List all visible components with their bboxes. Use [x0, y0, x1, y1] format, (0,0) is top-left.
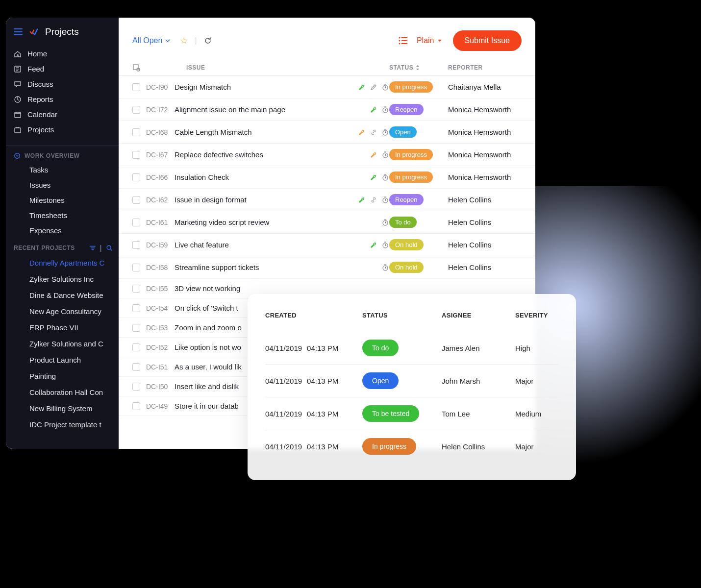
- issue-row[interactable]: DC-I61Marketing video script reviewTo do…: [119, 211, 535, 234]
- row-checkbox[interactable]: [132, 151, 140, 159]
- status-pill[interactable]: Open: [389, 126, 417, 138]
- filter-icon[interactable]: [89, 245, 96, 251]
- home-icon: [14, 50, 22, 58]
- issue-title[interactable]: Marketing video script review: [175, 218, 350, 226]
- svg-rect-2: [15, 112, 21, 118]
- status-pill[interactable]: Reopen: [389, 194, 424, 205]
- issue-row[interactable]: DC-I59Live chat featureOn holdHelen Coll…: [119, 234, 535, 256]
- recent-project-item[interactable]: Zylker Solutions Inc: [6, 271, 119, 287]
- row-checkbox[interactable]: [132, 285, 140, 293]
- nav-feed[interactable]: Feed: [6, 61, 119, 76]
- row-checkbox[interactable]: [132, 219, 140, 226]
- issue-title[interactable]: Issue in design format: [175, 196, 350, 204]
- detail-status-pill[interactable]: In progress: [362, 438, 416, 455]
- issue-title[interactable]: Replace defective switches: [175, 150, 350, 159]
- overview-item[interactable]: Milestones: [6, 193, 119, 208]
- overview-item[interactable]: Issues: [6, 177, 119, 193]
- nav-calendar[interactable]: Calendar: [6, 107, 119, 122]
- issue-reporter: Monica Hemsworth: [448, 128, 522, 136]
- timer-icon: [381, 219, 389, 226]
- filter-dropdown[interactable]: All Open: [132, 36, 170, 45]
- status-pill[interactable]: To do: [389, 217, 417, 228]
- detail-status-pill[interactable]: Open: [362, 372, 399, 389]
- detail-severity: Major: [515, 377, 558, 385]
- recent-project-item[interactable]: New Billing System: [6, 400, 119, 416]
- overview-item[interactable]: Timesheets: [6, 208, 119, 223]
- svg-point-10: [399, 43, 400, 45]
- recent-project-item[interactable]: New Age Consultancy: [6, 303, 119, 319]
- issue-row[interactable]: DC-I68Cable Length MismatchOpenMonica He…: [119, 121, 535, 144]
- wrench-icon: [358, 83, 366, 91]
- recent-project-item[interactable]: Painting: [6, 368, 119, 384]
- svg-point-6: [399, 37, 400, 39]
- refresh-icon[interactable]: [204, 37, 212, 45]
- recent-project-item[interactable]: ERP Phase VII: [6, 319, 119, 336]
- row-checkbox[interactable]: [132, 83, 140, 91]
- row-checkbox[interactable]: [132, 106, 140, 114]
- recent-project-item[interactable]: IDC Project template t: [6, 416, 119, 433]
- recent-project-item[interactable]: Dine & Dance Website: [6, 287, 119, 303]
- status-pill[interactable]: Reopen: [389, 104, 424, 115]
- row-checkbox[interactable]: [132, 304, 140, 312]
- detail-status-pill[interactable]: To be tested: [362, 405, 419, 422]
- row-checkbox[interactable]: [132, 402, 140, 410]
- issue-title[interactable]: Alignment issue on the main page: [175, 105, 350, 114]
- recent-project-item[interactable]: Collaboration Hall Con: [6, 384, 119, 400]
- row-checkbox[interactable]: [132, 196, 140, 204]
- star-icon[interactable]: ☆: [180, 35, 188, 46]
- status-pill[interactable]: In progress: [389, 149, 433, 160]
- row-checkbox[interactable]: [132, 383, 140, 391]
- issue-title[interactable]: Live chat feature: [175, 241, 350, 249]
- recent-project-item[interactable]: Donnelly Apartments C: [6, 255, 119, 271]
- issue-reporter: Helen Collins: [448, 263, 522, 271]
- issue-title[interactable]: Streamline support tickets: [175, 263, 350, 271]
- issue-row[interactable]: DC-I62Issue in design formatReopenHelen …: [119, 189, 535, 211]
- nav-home[interactable]: Home: [6, 46, 119, 61]
- issue-title[interactable]: Design Mismatch: [175, 83, 350, 91]
- recent-project-item[interactable]: Zylker Solutions and C: [6, 336, 119, 352]
- timer-icon: [381, 151, 389, 159]
- status-pill[interactable]: On hold: [389, 239, 424, 250]
- detail-row: 04/11/201904:13 PMTo doJames AlenHigh: [265, 332, 558, 365]
- issue-title[interactable]: 3D view not working: [175, 284, 350, 293]
- detail-status-pill[interactable]: To do: [362, 340, 399, 356]
- status-pill[interactable]: In progress: [389, 81, 433, 93]
- hamburger-icon[interactable]: [14, 28, 23, 35]
- issue-row[interactable]: DC-I90Design MismatchIn progressChaitany…: [119, 76, 535, 98]
- row-checkbox[interactable]: [132, 363, 140, 371]
- nav-reports[interactable]: Reports: [6, 92, 119, 107]
- issue-reporter: Chaitanya Mella: [448, 83, 522, 91]
- issue-title[interactable]: Insulation Check: [175, 173, 350, 181]
- row-checkbox[interactable]: [132, 128, 140, 136]
- overview-item[interactable]: Expenses: [6, 223, 119, 238]
- col-status[interactable]: STATUS: [389, 64, 448, 71]
- recent-project-item[interactable]: Product Launch: [6, 352, 119, 368]
- issue-row[interactable]: DC-I66Insulation CheckIn progressMonica …: [119, 166, 535, 189]
- list-view-icon[interactable]: [398, 36, 408, 45]
- view-selector[interactable]: Plain: [417, 36, 442, 45]
- issue-id: DC-I58: [146, 264, 175, 271]
- overview-item[interactable]: Tasks: [6, 162, 119, 177]
- nav-projects[interactable]: Projects: [6, 122, 119, 137]
- row-checkbox[interactable]: [132, 241, 140, 249]
- status-pill[interactable]: On hold: [389, 262, 424, 273]
- column-settings-icon[interactable]: [132, 64, 144, 72]
- row-checkbox[interactable]: [132, 324, 140, 332]
- status-pill[interactable]: In progress: [389, 172, 433, 183]
- row-checkbox[interactable]: [132, 173, 140, 181]
- row-checkbox[interactable]: [132, 264, 140, 271]
- row-checkbox[interactable]: [132, 343, 140, 351]
- submit-issue-button[interactable]: Submit Issue: [453, 30, 522, 51]
- search-icon[interactable]: [106, 245, 113, 251]
- issue-title[interactable]: Cable Length Mismatch: [175, 128, 350, 136]
- discuss-icon: [14, 80, 22, 88]
- issue-row[interactable]: DC-I67Replace defective switchesIn progr…: [119, 144, 535, 166]
- col-issue[interactable]: ISSUE: [186, 64, 350, 71]
- work-overview-header[interactable]: WORK OVERVIEW: [6, 148, 119, 162]
- issue-reporter: Monica Hemsworth: [448, 105, 522, 114]
- issue-row[interactable]: DC-I72Alignment issue on the main pageRe…: [119, 98, 535, 121]
- col-reporter[interactable]: REPORTER: [448, 64, 522, 71]
- nav-discuss[interactable]: Discuss: [6, 76, 119, 92]
- issue-row[interactable]: DC-I58Streamline support ticketsOn holdH…: [119, 256, 535, 279]
- wrench-icon: [358, 128, 366, 136]
